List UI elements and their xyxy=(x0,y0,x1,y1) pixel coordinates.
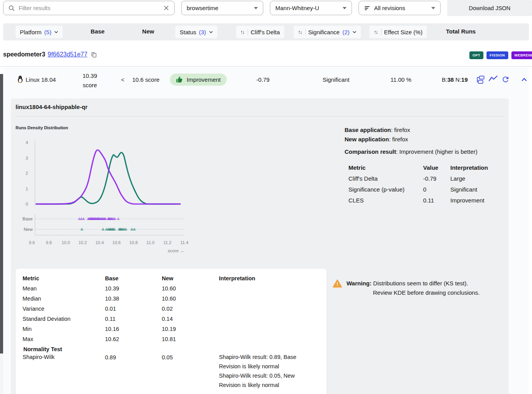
download-json-button[interactable]: Download JSON xyxy=(447,0,532,16)
row-effect-size: 11.00 % xyxy=(382,76,420,83)
svg-text:11.4: 11.4 xyxy=(180,240,189,245)
svg-text:10.8: 10.8 xyxy=(130,240,138,245)
svg-text:9.6: 9.6 xyxy=(29,240,35,245)
table-row: Significance (p-value) 0 Significant xyxy=(348,184,505,195)
new-application-value: : firefox xyxy=(389,136,408,142)
result-card: Linux 18.04 10.39 score < 10.6 score Imp… xyxy=(3,67,529,394)
svg-text:0: 0 xyxy=(26,202,28,206)
copy-hash-button[interactable] xyxy=(91,51,97,58)
panel-divider xyxy=(16,116,504,116)
table-row: Cliff's Delta -0.79 Large xyxy=(348,173,505,184)
svg-text:10.0: 10.0 xyxy=(61,240,70,245)
base-score-unit: score xyxy=(83,82,97,88)
metrics-table-header: Metric Value Interpretation xyxy=(348,162,505,173)
svg-text:Base: Base xyxy=(23,216,33,221)
search-icon xyxy=(8,5,15,12)
base-application-line: Base application: firefox xyxy=(345,125,505,135)
new-application-line: New application: firefox xyxy=(345,135,505,144)
base-application-value: : firefox xyxy=(391,127,410,133)
warning-label: Warning: xyxy=(346,280,371,287)
sort-cliffs-delta-button[interactable]: ↑↓ Cliff's Delta xyxy=(236,26,284,38)
sort-arrows-icon: ↑↓ xyxy=(298,29,303,35)
runs-density-chart: 01234BaseNew9.69.810.010.210.410.610.811… xyxy=(16,136,198,257)
filter-results-box xyxy=(3,1,175,15)
status-badge-label: Improvement xyxy=(187,76,221,83)
base-column-label: Base xyxy=(78,28,117,35)
graph-button[interactable] xyxy=(488,75,498,84)
retrigger-button[interactable] xyxy=(501,75,510,84)
effect-size-column-label: Effect Size (%) xyxy=(384,29,423,35)
table-row: Standard Deviation0.110.14 xyxy=(23,314,327,324)
revision-hash-link[interactable]: 9f6623d51e77 xyxy=(48,51,88,58)
svg-text:10.6: 10.6 xyxy=(112,240,121,245)
svg-text:11.2: 11.2 xyxy=(163,240,172,245)
table-row: CLES 0.11 Improvement xyxy=(348,195,505,206)
status-filter-count: (3) xyxy=(199,29,206,35)
svg-text:1: 1 xyxy=(26,186,28,191)
shapiro-wilk-row: Shapiro-Wilk 0.89 0.05 Shapiro-Wilk resu… xyxy=(23,352,327,390)
subtest-title: linux1804-64-shippable-qr xyxy=(16,104,88,110)
sort-effect-size-button[interactable]: ↑↓ Effect Size (%) xyxy=(369,26,427,38)
base-application-label: Base application xyxy=(345,127,391,133)
subtests-icon xyxy=(476,75,485,84)
revisions-filter-select[interactable]: All revisions xyxy=(359,1,441,15)
framework-select[interactable]: browsertime xyxy=(181,1,263,15)
sort-arrows-icon: ↑↓ xyxy=(374,29,378,35)
platform-filter-button[interactable]: Platform (5) xyxy=(16,26,63,38)
result-row[interactable]: Linux 18.04 10.39 score < 10.6 score Imp… xyxy=(3,67,529,92)
collapse-row-button[interactable] xyxy=(520,76,528,83)
normality-test-label: Normality Test xyxy=(23,346,327,352)
chart-title: Runs Density Distribution xyxy=(16,125,68,130)
svg-text:score →: score → xyxy=(168,248,184,253)
svg-text:10.2: 10.2 xyxy=(79,240,87,245)
table-row: Max10.6210.81 xyxy=(23,334,327,344)
statistic-select-value: Mann-Whitney-U xyxy=(275,5,319,11)
chevron-down-icon xyxy=(352,31,357,33)
svg-text:9.8: 9.8 xyxy=(46,240,52,245)
statistics-card: Metric Base New Interpretation Mean10.39… xyxy=(16,269,327,394)
row-cliffs-delta: -0.79 xyxy=(243,76,282,83)
linux-penguin-icon xyxy=(17,75,23,84)
thumbs-up-icon xyxy=(176,76,183,83)
comparison-result-value: : Improvement (higher is better) xyxy=(396,148,478,155)
comparison-info-panel: Base application: firefox New applicatio… xyxy=(345,125,505,206)
svg-text:3: 3 xyxy=(26,156,28,160)
svg-text:2: 2 xyxy=(26,171,28,176)
metrics-table: Metric Value Interpretation Cliff's Delt… xyxy=(345,162,505,206)
dropdown-caret-icon xyxy=(343,7,346,9)
base-score-value: 10.39 xyxy=(82,72,97,79)
statistic-select[interactable]: Mann-Whitney-U xyxy=(270,1,352,15)
opt-badge: OPT xyxy=(469,51,483,59)
significance-filter-count: (2) xyxy=(342,29,349,35)
new-application-label: New application xyxy=(345,136,389,142)
warning-text: Warning: Distributions seem to differ (K… xyxy=(346,279,480,297)
sort-arrows-icon: ↑↓ xyxy=(240,29,245,35)
dropdown-caret-icon xyxy=(254,7,258,9)
comparison-result-line: Comparison result: Improvement (higher i… xyxy=(345,147,505,157)
window-edge-strip xyxy=(0,74,3,354)
row-significance: Significant xyxy=(317,76,355,83)
filter-results-input[interactable] xyxy=(19,5,159,11)
clear-filter-icon[interactable] xyxy=(163,5,170,11)
table-row: Mean10.3910.60 xyxy=(23,283,327,294)
subtests-button[interactable] xyxy=(476,75,485,84)
status-column-label: Status xyxy=(180,29,196,35)
window-edge-strip-bottom xyxy=(0,354,3,394)
chip-divider xyxy=(248,29,248,35)
runs-base-label: B: xyxy=(442,76,447,83)
status-filter-button[interactable]: Status (3) xyxy=(175,26,217,38)
new-column-label: New xyxy=(129,28,168,35)
runs-new-count: 19 xyxy=(461,76,468,83)
fission-badge: FISSION xyxy=(486,51,508,59)
dropdown-caret-icon xyxy=(431,7,435,9)
svg-text:4: 4 xyxy=(26,140,28,145)
ks-test-warning: Warning: Distributions seem to differ (K… xyxy=(332,279,515,297)
comparison-sign: < xyxy=(121,76,124,83)
significance-filter-button[interactable]: ↑↓ Significance (2) xyxy=(294,26,361,38)
copy-icon xyxy=(91,51,97,58)
results-column-header: Platform (5) Base New Status (3) ↑↓ Clif… xyxy=(3,23,529,40)
chevron-up-icon xyxy=(520,76,528,83)
cliffs-delta-column-label: Cliff's Delta xyxy=(251,29,280,35)
header-divider xyxy=(0,66,532,67)
svg-text:10.4: 10.4 xyxy=(96,240,104,245)
